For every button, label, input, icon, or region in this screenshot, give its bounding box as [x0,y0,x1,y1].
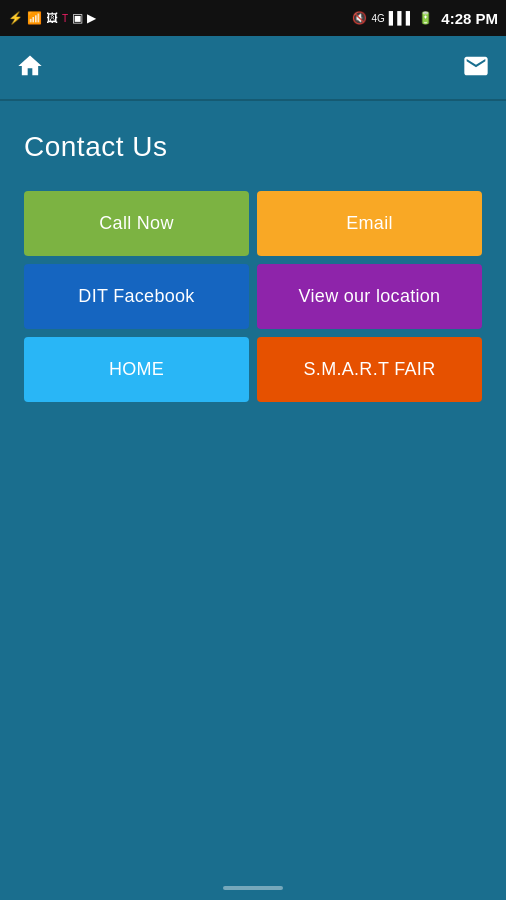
status-bar: ⚡ 📶 🖼 T ▣ ▶ 🔇 4G ▌▌▌ 🔋 4:28 PM [0,0,506,36]
facebook-button[interactable]: DIT Facebook [24,264,249,329]
home-button[interactable]: HOME [24,337,249,402]
media-icon: ▣ [72,11,83,25]
home-nav-button[interactable] [16,52,44,84]
status-icons-left: ⚡ 📶 🖼 T ▣ ▶ [8,11,96,25]
image-icon: 🖼 [46,11,58,25]
play-icon: ▶ [87,11,96,25]
view-location-button[interactable]: View our location [257,264,482,329]
call-now-button[interactable]: Call Now [24,191,249,256]
signal-icon: ▌▌▌ [389,11,415,25]
home-icon [16,52,44,80]
mail-nav-button[interactable] [462,52,490,84]
lte-icon: 4G [371,13,384,24]
main-content: Contact Us Call Now Email DIT Facebook V… [0,101,506,900]
nav-bar [0,36,506,101]
clock: 4:28 PM [441,10,498,27]
smart-fair-button[interactable]: S.M.A.R.T FAIR [257,337,482,402]
email-button[interactable]: Email [257,191,482,256]
battery-icon: 🔋 [418,11,433,25]
button-grid: Call Now Email DIT Facebook View our loc… [24,191,482,402]
carrier-icon: T [62,13,68,24]
bottom-indicator [223,886,283,890]
mute-icon: 🔇 [352,11,367,25]
wifi-icon: 📶 [27,11,42,25]
page-title: Contact Us [24,131,482,163]
mail-icon [462,52,490,80]
usb-icon: ⚡ [8,11,23,25]
status-icons-right: 🔇 4G ▌▌▌ 🔋 4:28 PM [352,10,498,27]
